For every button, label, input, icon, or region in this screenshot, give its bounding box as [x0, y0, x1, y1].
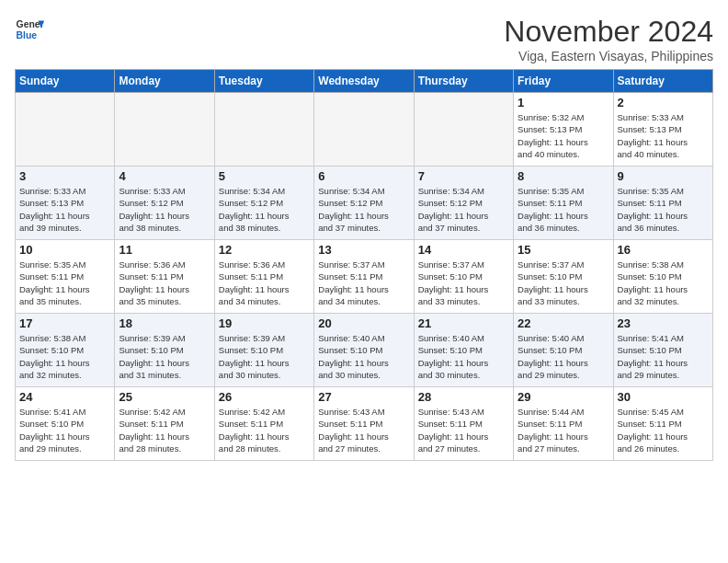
day-number: 10 [19, 243, 110, 257]
day-info: Sunrise: 5:35 AM Sunset: 5:11 PM Dayligh… [518, 185, 609, 234]
calendar-day: 17Sunrise: 5:38 AM Sunset: 5:10 PM Dayli… [16, 314, 115, 387]
day-number: 20 [318, 316, 409, 330]
calendar-table: SundayMondayTuesdayWednesdayThursdayFrid… [15, 69, 713, 461]
day-info: Sunrise: 5:36 AM Sunset: 5:11 PM Dayligh… [219, 259, 310, 307]
day-number: 22 [518, 316, 609, 330]
day-number: 9 [618, 169, 709, 183]
calendar-day: 9Sunrise: 5:35 AM Sunset: 5:11 PM Daylig… [613, 167, 712, 240]
day-number: 23 [618, 316, 709, 330]
calendar-day: 20Sunrise: 5:40 AM Sunset: 5:10 PM Dayli… [314, 314, 414, 387]
day-info: Sunrise: 5:41 AM Sunset: 5:10 PM Dayligh… [618, 332, 709, 381]
calendar-day: 30Sunrise: 5:45 AM Sunset: 5:11 PM Dayli… [613, 387, 712, 461]
day-number: 3 [19, 169, 110, 183]
day-info: Sunrise: 5:43 AM Sunset: 5:11 PM Dayligh… [418, 406, 509, 454]
day-number: 6 [318, 169, 409, 183]
day-info: Sunrise: 5:33 AM Sunset: 5:13 PM Dayligh… [618, 111, 709, 160]
calendar-empty-day [214, 93, 313, 167]
location: Viga, Eastern Visayas, Philippines [504, 49, 713, 63]
calendar-day: 29Sunrise: 5:44 AM Sunset: 5:11 PM Dayli… [514, 387, 613, 461]
calendar-day: 21Sunrise: 5:40 AM Sunset: 5:10 PM Dayli… [414, 314, 513, 387]
calendar-week-row: 1Sunrise: 5:32 AM Sunset: 5:13 PM Daylig… [16, 93, 713, 167]
day-number: 27 [318, 390, 409, 404]
day-info: Sunrise: 5:34 AM Sunset: 5:12 PM Dayligh… [318, 185, 409, 234]
day-info: Sunrise: 5:40 AM Sunset: 5:10 PM Dayligh… [418, 332, 509, 381]
calendar-week-row: 24Sunrise: 5:41 AM Sunset: 5:10 PM Dayli… [16, 387, 713, 461]
day-of-week-header: Saturday [613, 70, 712, 93]
day-info: Sunrise: 5:43 AM Sunset: 5:11 PM Dayligh… [318, 406, 409, 454]
day-info: Sunrise: 5:34 AM Sunset: 5:12 PM Dayligh… [219, 185, 310, 234]
calendar-empty-day [115, 93, 214, 167]
svg-text:Blue: Blue [17, 30, 38, 40]
calendar-day: 13Sunrise: 5:37 AM Sunset: 5:11 PM Dayli… [314, 240, 414, 314]
calendar-day: 23Sunrise: 5:41 AM Sunset: 5:10 PM Dayli… [613, 314, 712, 387]
day-number: 18 [119, 316, 210, 330]
calendar-day: 3Sunrise: 5:33 AM Sunset: 5:13 PM Daylig… [16, 167, 115, 240]
calendar-day: 24Sunrise: 5:41 AM Sunset: 5:10 PM Dayli… [16, 387, 115, 461]
calendar-day: 22Sunrise: 5:40 AM Sunset: 5:10 PM Dayli… [514, 314, 613, 387]
day-info: Sunrise: 5:44 AM Sunset: 5:11 PM Dayligh… [518, 406, 609, 454]
day-info: Sunrise: 5:38 AM Sunset: 5:10 PM Dayligh… [19, 332, 110, 381]
calendar-day: 7Sunrise: 5:34 AM Sunset: 5:12 PM Daylig… [414, 167, 513, 240]
calendar-day: 26Sunrise: 5:42 AM Sunset: 5:11 PM Dayli… [214, 387, 313, 461]
logo-icon: General Blue [15, 15, 44, 44]
calendar-day: 6Sunrise: 5:34 AM Sunset: 5:12 PM Daylig… [314, 167, 414, 240]
day-number: 25 [119, 390, 210, 404]
calendar-week-row: 17Sunrise: 5:38 AM Sunset: 5:10 PM Dayli… [16, 314, 713, 387]
day-number: 14 [418, 243, 509, 257]
day-info: Sunrise: 5:41 AM Sunset: 5:10 PM Dayligh… [19, 406, 110, 454]
day-number: 30 [618, 390, 709, 404]
day-of-week-header: Sunday [16, 70, 115, 93]
day-info: Sunrise: 5:32 AM Sunset: 5:13 PM Dayligh… [518, 111, 609, 160]
calendar-empty-day [314, 93, 414, 167]
day-of-week-header: Wednesday [314, 70, 414, 93]
day-info: Sunrise: 5:38 AM Sunset: 5:10 PM Dayligh… [618, 259, 709, 307]
day-number: 29 [518, 390, 609, 404]
day-info: Sunrise: 5:36 AM Sunset: 5:11 PM Dayligh… [119, 259, 210, 307]
calendar-empty-day [16, 93, 115, 167]
day-number: 24 [19, 390, 110, 404]
day-number: 15 [518, 243, 609, 257]
calendar-day: 28Sunrise: 5:43 AM Sunset: 5:11 PM Dayli… [414, 387, 513, 461]
calendar-day: 15Sunrise: 5:37 AM Sunset: 5:10 PM Dayli… [514, 240, 613, 314]
calendar-day: 14Sunrise: 5:37 AM Sunset: 5:10 PM Dayli… [414, 240, 513, 314]
calendar-header-row: SundayMondayTuesdayWednesdayThursdayFrid… [16, 70, 713, 93]
day-of-week-header: Monday [115, 70, 214, 93]
calendar-day: 10Sunrise: 5:35 AM Sunset: 5:11 PM Dayli… [16, 240, 115, 314]
month-title: November 2024 [504, 15, 713, 49]
day-number: 17 [19, 316, 110, 330]
day-info: Sunrise: 5:33 AM Sunset: 5:12 PM Dayligh… [119, 185, 210, 234]
day-info: Sunrise: 5:37 AM Sunset: 5:11 PM Dayligh… [318, 259, 409, 307]
title-block: November 2024 Viga, Eastern Visayas, Phi… [504, 15, 713, 63]
calendar-day: 25Sunrise: 5:42 AM Sunset: 5:11 PM Dayli… [115, 387, 214, 461]
calendar-day: 16Sunrise: 5:38 AM Sunset: 5:10 PM Dayli… [613, 240, 712, 314]
day-info: Sunrise: 5:37 AM Sunset: 5:10 PM Dayligh… [518, 259, 609, 307]
day-info: Sunrise: 5:40 AM Sunset: 5:10 PM Dayligh… [518, 332, 609, 381]
calendar-day: 18Sunrise: 5:39 AM Sunset: 5:10 PM Dayli… [115, 314, 214, 387]
day-number: 13 [318, 243, 409, 257]
day-number: 19 [219, 316, 310, 330]
day-number: 26 [219, 390, 310, 404]
calendar-day: 4Sunrise: 5:33 AM Sunset: 5:12 PM Daylig… [115, 167, 214, 240]
day-number: 16 [618, 243, 709, 257]
page-header: General Blue November 2024 Viga, Eastern… [15, 15, 713, 63]
calendar-day: 5Sunrise: 5:34 AM Sunset: 5:12 PM Daylig… [214, 167, 313, 240]
day-info: Sunrise: 5:45 AM Sunset: 5:11 PM Dayligh… [618, 406, 709, 454]
calendar-day: 19Sunrise: 5:39 AM Sunset: 5:10 PM Dayli… [214, 314, 313, 387]
logo: General Blue [15, 15, 44, 44]
calendar-day: 8Sunrise: 5:35 AM Sunset: 5:11 PM Daylig… [514, 167, 613, 240]
day-info: Sunrise: 5:37 AM Sunset: 5:10 PM Dayligh… [418, 259, 509, 307]
day-info: Sunrise: 5:42 AM Sunset: 5:11 PM Dayligh… [219, 406, 310, 454]
calendar-day: 1Sunrise: 5:32 AM Sunset: 5:13 PM Daylig… [514, 93, 613, 167]
day-of-week-header: Thursday [414, 70, 513, 93]
calendar-week-row: 3Sunrise: 5:33 AM Sunset: 5:13 PM Daylig… [16, 167, 713, 240]
day-number: 21 [418, 316, 509, 330]
day-info: Sunrise: 5:42 AM Sunset: 5:11 PM Dayligh… [119, 406, 210, 454]
day-number: 1 [518, 96, 609, 109]
calendar-day: 2Sunrise: 5:33 AM Sunset: 5:13 PM Daylig… [613, 93, 712, 167]
day-number: 11 [119, 243, 210, 257]
calendar-day: 11Sunrise: 5:36 AM Sunset: 5:11 PM Dayli… [115, 240, 214, 314]
day-of-week-header: Friday [514, 70, 613, 93]
day-info: Sunrise: 5:35 AM Sunset: 5:11 PM Dayligh… [19, 259, 110, 307]
calendar-empty-day [414, 93, 513, 167]
day-info: Sunrise: 5:35 AM Sunset: 5:11 PM Dayligh… [618, 185, 709, 234]
